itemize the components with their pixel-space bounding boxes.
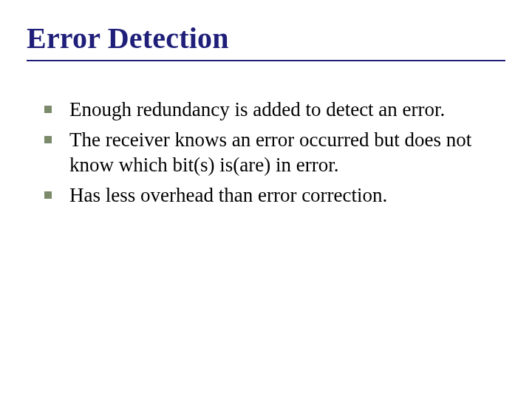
list-item: The receiver knows an error occurred but… bbox=[44, 127, 505, 178]
list-item: Enough redundancy is added to detect an … bbox=[44, 97, 505, 123]
bullet-list: Enough redundancy is added to detect an … bbox=[27, 97, 505, 208]
title-underline bbox=[27, 60, 505, 61]
slide-title: Error Detection bbox=[27, 21, 505, 55]
list-item: Has less overhead than error correction. bbox=[44, 183, 505, 208]
slide: Error Detection Enough redundancy is add… bbox=[0, 0, 532, 399]
